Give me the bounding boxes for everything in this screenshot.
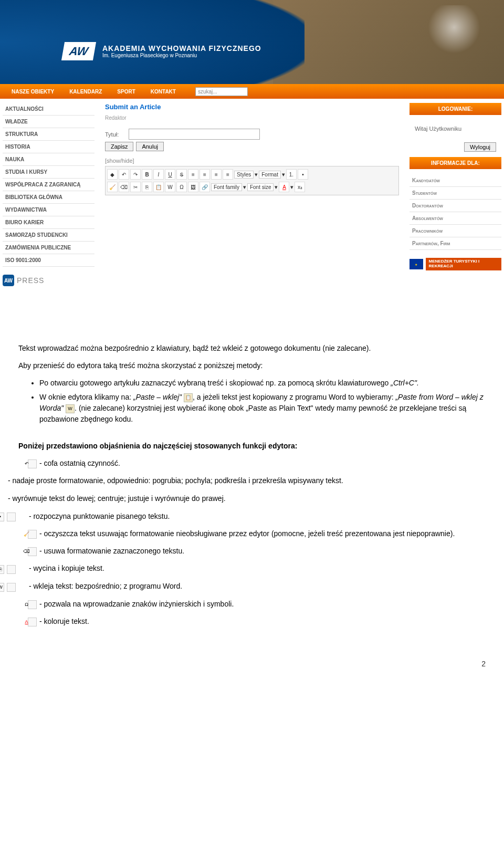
- press-icon: AW: [3, 275, 14, 286]
- bold-icon[interactable]: B: [142, 169, 152, 180]
- align-justify-icon[interactable]: ≡: [223, 169, 233, 180]
- align-right-icon[interactable]: ≡: [211, 169, 222, 180]
- fontsize-select[interactable]: Font size: [247, 183, 274, 191]
- sidebar-item-wydawnictwa[interactable]: Wydawnictwa: [3, 204, 94, 216]
- cancel-button[interactable]: Anuluj: [136, 142, 164, 151]
- logout-button[interactable]: Wyloguj: [464, 142, 496, 152]
- nav-item-obiekty[interactable]: NASZE OBIEKTY: [5, 89, 60, 95]
- nav-item-kalendarz[interactable]: KALENDARZ: [63, 89, 108, 95]
- cleanup-icon[interactable]: 🧹: [107, 182, 118, 192]
- align-left-icon[interactable]: ≡: [188, 169, 198, 180]
- strike-icon[interactable]: S̶: [176, 169, 187, 180]
- sidebar-item-iso[interactable]: ISO 9001:2000: [3, 254, 94, 267]
- redo-icon[interactable]: ↷: [130, 169, 141, 180]
- press-badge[interactable]: AW PRESS: [3, 275, 94, 286]
- welcome-text: Witaj Użytkowniku: [410, 120, 501, 137]
- paste-word-inline-icon: W: [66, 404, 75, 413]
- logo-title: AKADEMIA WYCHOWANIA FIZYCZNEGO: [102, 44, 261, 53]
- doc-p2: Aby przenieść do edytora taką treść możn…: [18, 360, 486, 371]
- paste-word-icon[interactable]: W: [165, 182, 175, 192]
- doc-f8: 📋 W - wkleja tekst: bezpośrednio; z prog…: [18, 581, 486, 592]
- header-banner: AW AKADEMIA WYCHOWANIA FIZYCZNEGO Im. Eu…: [0, 0, 504, 84]
- logo-subtitle: Im. Eugeniusza Piaseckiego w Poznaniu: [102, 53, 261, 58]
- showhide-toggle[interactable]: [show/hide]: [105, 158, 399, 164]
- doc-f10: A - koloruje tekst.: [18, 616, 486, 627]
- copy-icon[interactable]: ⎘: [142, 182, 152, 192]
- page-number: 2: [0, 654, 504, 673]
- ol-icon[interactable]: 1.: [286, 169, 297, 180]
- title-input[interactable]: [129, 129, 260, 140]
- press-label: PRESS: [17, 276, 44, 285]
- editor-toolbar: ◆ ↶ ↷ B I U S̶ ≡ ≡ ≡ ≡ Styles▾ Format▾ 1…: [105, 166, 399, 195]
- ul-doc-icon: •: [7, 513, 16, 521]
- underline-icon[interactable]: U: [165, 169, 175, 180]
- removefmt-icon[interactable]: ⌫: [119, 182, 129, 192]
- cleanup-doc-icon: 🧹: [28, 530, 37, 539]
- sidebar-item-biuro[interactable]: Biuro Karier: [3, 216, 94, 229]
- nav-item-kontakt[interactable]: KONTAKT: [144, 89, 182, 95]
- undo-icon[interactable]: ↶: [119, 169, 129, 180]
- sidebar-item-nauka[interactable]: Nauka: [3, 153, 94, 166]
- search-input[interactable]: [195, 87, 248, 96]
- sidebar-item-historia[interactable]: Historia: [3, 141, 94, 153]
- styles-select[interactable]: Styles: [234, 171, 254, 179]
- doc-f5: 🧹 - oczyszcza tekst usuwając formatowani…: [18, 528, 486, 539]
- doc-p3: Poniżej przedstawiono objaśnienia do naj…: [18, 441, 486, 452]
- doc-f3: ≡ ≡ ≡ ≡ - wyrównuje tekst do lewej; cent…: [18, 493, 486, 505]
- sidebar-item-wladze[interactable]: Władze: [3, 116, 94, 128]
- paste-icon[interactable]: 📋: [153, 182, 164, 192]
- info-item-partnerow[interactable]: Partnerów, Firm: [410, 237, 501, 250]
- copy-doc-icon: ⎘: [7, 565, 16, 574]
- source-icon[interactable]: ◆: [107, 169, 118, 180]
- info-item-kandydatow[interactable]: Kandydatów: [410, 174, 501, 187]
- paste-inline-icon: 📋: [184, 393, 193, 402]
- site-logo: AW AKADEMIA WYCHOWANIA FIZYCZNEGO Im. Eu…: [63, 42, 261, 60]
- submit-article-title: Submit an Article: [105, 103, 399, 111]
- save-button[interactable]: Zapisz: [105, 142, 133, 151]
- info-item-studentow[interactable]: Studentów: [410, 187, 501, 200]
- login-header: LOGOWANIE:: [410, 103, 501, 115]
- link-icon[interactable]: 🔗: [200, 182, 210, 192]
- sidebar-item-zamowienia[interactable]: Zamówienia publiczne: [3, 242, 94, 254]
- doc-f1: ↶ - cofa ostatnią czynność.: [18, 458, 486, 469]
- doc-f2: B I U S̶ - nadaje proste formatowanie, o…: [18, 475, 486, 487]
- image-icon[interactable]: 🖼: [188, 182, 198, 192]
- sidebar-item-samorzad[interactable]: Samorząd Studencki: [3, 229, 94, 242]
- paste-word-doc-icon: W: [7, 583, 16, 592]
- redaktor-label: Redaktor: [105, 115, 399, 121]
- italic-icon[interactable]: I: [153, 169, 164, 180]
- doc-f7: ✂ ⎘ - wycina i kopiuje tekst.: [18, 563, 486, 574]
- sidebar-item-studia[interactable]: Studia i kursy: [3, 166, 94, 179]
- sidebar-item-struktura[interactable]: Struktura: [3, 128, 94, 141]
- symbol-doc-icon: Ω: [28, 600, 37, 609]
- left-sidebar: Aktualności Władze Struktura Historia Na…: [0, 99, 97, 325]
- info-item-doktorantow[interactable]: Doktorantów: [410, 200, 501, 212]
- eu-badge[interactable]: MENEDŻER TURYSTYKI I REKREACJI: [410, 258, 501, 270]
- sidebar-item-aktualnosci[interactable]: Aktualności: [3, 103, 94, 116]
- sidebar-item-biblioteka[interactable]: Biblioteka Główna: [3, 191, 94, 204]
- main-nav: NASZE OBIEKTY KALENDARZ SPORT KONTAKT: [0, 84, 504, 99]
- banner-photo: [273, 0, 504, 84]
- eu-text: MENEDŻER TURYSTYKI I REKREACJI: [426, 258, 501, 270]
- doc-f6: ⌫ - usuwa formatowanie zaznaczonego teks…: [18, 546, 486, 557]
- align-center-icon[interactable]: ≡: [200, 169, 210, 180]
- logo-mark: AW: [61, 42, 96, 60]
- textcolor-icon[interactable]: A: [279, 182, 289, 192]
- info-item-pracownikow[interactable]: Pracowników: [410, 225, 501, 237]
- format-select[interactable]: Format: [259, 171, 281, 179]
- sidebar-item-wspolpraca[interactable]: Współpraca z zagranicą: [3, 179, 94, 191]
- symbol-icon[interactable]: Ω: [176, 182, 187, 192]
- content-area: Submit an Article Redaktor Tytuł: Zapisz…: [97, 99, 407, 325]
- doc-li1: Po otwarciu gotowego artykułu zaznaczyć …: [39, 378, 486, 389]
- doc-f4: 1. • - rozpoczyna punktowanie pisanego t…: [18, 511, 486, 522]
- fontfamily-select[interactable]: Font family: [211, 183, 242, 191]
- undo-doc-icon: ↶: [28, 459, 37, 468]
- info-item-absolwentow[interactable]: Absolwentów: [410, 212, 501, 225]
- nav-item-sport[interactable]: SPORT: [111, 89, 141, 95]
- document-body: Tekst wprowadzać można bezpośrednio z kl…: [0, 335, 504, 654]
- ul-icon[interactable]: •: [298, 169, 308, 180]
- sub-icon[interactable]: x₂: [295, 182, 305, 192]
- cut-icon[interactable]: ✂: [130, 182, 141, 192]
- right-sidebar: LOGOWANIE: Witaj Użytkowniku Wyloguj INF…: [407, 99, 504, 325]
- removefmt-doc-icon: ⌫: [28, 547, 37, 556]
